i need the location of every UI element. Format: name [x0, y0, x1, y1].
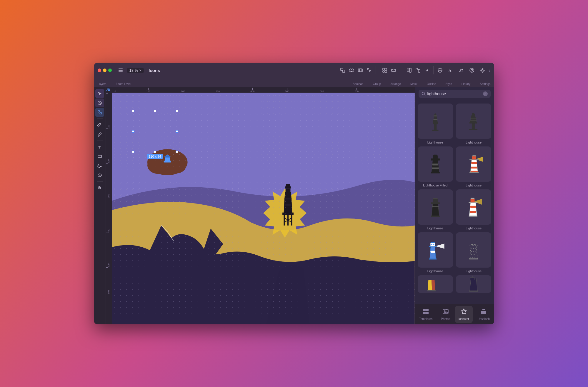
svg-rect-1	[119, 70, 123, 71]
icon-item-dotted[interactable]: Lighthouse	[456, 232, 492, 273]
icon-thumb-outline2[interactable]	[456, 189, 491, 225]
icon-thumb-outline1[interactable]	[418, 189, 453, 225]
zoom-tool[interactable]	[95, 184, 104, 192]
horizontal-ruler: 0 100 200 300 400 500 600 700	[112, 87, 415, 93]
history-tool[interactable]	[95, 99, 104, 107]
svg-rect-8	[359, 69, 362, 72]
icon-item-filled[interactable]: Lighthouse Filled	[417, 146, 454, 187]
group-section	[378, 66, 400, 74]
icon-thumb-filled[interactable]	[418, 146, 453, 182]
pen-tool[interactable]	[95, 121, 104, 129]
svg-marker-60	[472, 113, 475, 115]
minimize-button[interactable]	[103, 69, 106, 72]
layers-icon[interactable]	[116, 66, 125, 74]
group-label: Group	[373, 82, 381, 87]
icon-item-partial1[interactable]	[417, 275, 454, 293]
library-icon[interactable]	[468, 66, 476, 74]
search-input[interactable]	[427, 91, 481, 96]
icon-item-blue[interactable]: Lighthouse	[417, 232, 454, 273]
svg-rect-11	[383, 71, 384, 72]
zoom-label: Zoom Level	[116, 82, 131, 87]
boolean-icon-3[interactable]	[356, 66, 364, 74]
more-button[interactable]: ›	[489, 67, 491, 74]
mask-icon[interactable]	[436, 66, 444, 74]
svg-point-117	[444, 311, 445, 312]
svg-rect-58	[469, 122, 477, 124]
maximize-button[interactable]	[108, 69, 112, 72]
icon-thumb-1[interactable]	[456, 104, 491, 139]
svg-rect-65	[431, 172, 440, 173]
svg-point-98	[471, 254, 472, 255]
icon-thumb-partial1[interactable]	[418, 275, 453, 293]
mask-tool[interactable]	[95, 171, 104, 180]
templates-label: Templates	[419, 317, 433, 321]
fill-tool[interactable]	[95, 161, 104, 170]
group-icon-1[interactable]	[381, 66, 389, 74]
icon-grid: Lighthouse	[415, 101, 494, 304]
app-window: 18 % Icons	[94, 63, 494, 324]
icon-thumb-blue[interactable]	[418, 232, 453, 268]
svg-rect-69	[472, 156, 476, 160]
boolean-icon-2[interactable]	[347, 66, 356, 74]
svg-rect-7	[358, 69, 361, 72]
group-icon-2[interactable]	[389, 66, 398, 74]
settings-icon[interactable]	[478, 66, 487, 74]
tab-templates[interactable]: Templates	[416, 306, 436, 323]
close-button[interactable]	[98, 69, 101, 72]
icon-thumb-dotted[interactable]	[456, 232, 491, 268]
canvas-area[interactable]: 0 100 200 300 400 500 600 700 100 200 30…	[106, 87, 415, 324]
bottom-tab-bar: Templates Photos	[415, 304, 494, 324]
unsplash-icon	[480, 308, 487, 316]
search-bar: ✕	[415, 87, 494, 101]
photos-label: Photos	[441, 317, 450, 321]
text-tool[interactable]: T	[95, 143, 104, 151]
arrange-section	[403, 66, 434, 74]
icon-item-outline2[interactable]: Lighthouse	[456, 189, 492, 230]
tab-photos[interactable]: Photos	[437, 306, 454, 323]
select-tool[interactable]	[95, 89, 104, 98]
svg-marker-106	[432, 280, 435, 291]
icon-item-0[interactable]: Lighthouse	[417, 104, 454, 144]
style-label: Style	[446, 82, 452, 87]
tab-iconator[interactable]: Iconator	[455, 306, 473, 323]
snap-tool[interactable]	[95, 108, 104, 117]
svg-marker-64	[433, 155, 438, 156]
icon-name-dotted: Lighthouse	[466, 269, 482, 273]
right-panel: ✕	[415, 87, 494, 324]
icon-thumb-colored[interactable]	[456, 146, 491, 182]
icon-name-1: Lighthouse	[466, 141, 482, 144]
svg-marker-57	[470, 115, 477, 123]
zoom-control[interactable]: 18 %	[127, 68, 144, 73]
icon-item-outline1[interactable]: Lighthouse	[417, 189, 454, 230]
icon-thumb-0[interactable]	[418, 104, 453, 139]
svg-rect-107	[427, 290, 436, 291]
rect-tool[interactable]	[95, 152, 104, 161]
svg-rect-113	[426, 309, 429, 311]
pencil-tool[interactable]	[95, 130, 104, 139]
svg-rect-89	[433, 244, 434, 245]
zoom-value: 18 %	[129, 68, 138, 73]
arrange-icon-2[interactable]	[414, 66, 422, 74]
canvas-viewport[interactable]: 110 x 94	[112, 93, 415, 324]
svg-marker-70	[472, 155, 477, 156]
arrange-icon-1[interactable]	[405, 66, 413, 74]
icon-item-colored[interactable]: Lighthouse	[456, 146, 492, 187]
boolean-icon-4[interactable]	[365, 66, 373, 74]
svg-rect-16	[409, 68, 411, 72]
svg-point-97	[475, 251, 476, 252]
icon-thumb-partial2[interactable]	[456, 275, 491, 293]
style-icon[interactable]	[457, 66, 465, 74]
outline-icon[interactable]: A	[447, 66, 455, 74]
svg-rect-14	[392, 69, 395, 70]
icon-item-partial2[interactable]	[456, 275, 492, 293]
search-clear-button[interactable]: ✕	[483, 91, 488, 96]
mask-label: Mask	[410, 82, 417, 87]
separator-3	[97, 181, 103, 182]
boolean-icon-1[interactable]	[339, 66, 347, 74]
tab-unsplash[interactable]: Unsplash	[474, 306, 493, 323]
svg-point-100	[474, 254, 475, 255]
sub-toolbar: Layers Zoom Level Boolean Group Arrange …	[94, 78, 494, 87]
arrange-icon-3[interactable]	[423, 66, 431, 74]
icon-item-1[interactable]: Lighthouse	[456, 104, 492, 144]
separator-2	[97, 141, 103, 141]
